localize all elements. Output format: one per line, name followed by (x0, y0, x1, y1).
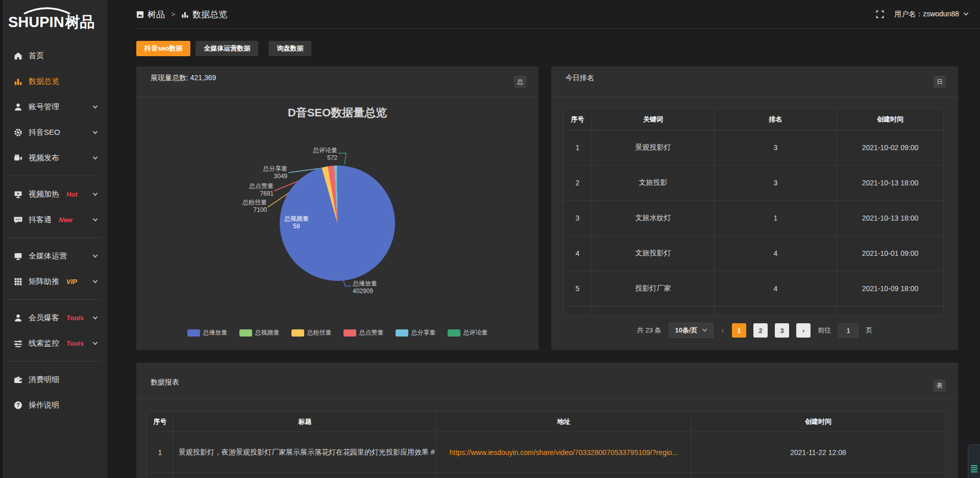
hot-badge: Hot (66, 190, 78, 198)
table-row-partial (147, 473, 946, 478)
sidebar-item-video-publish[interactable]: 视频发布 (0, 145, 107, 171)
user-menu[interactable]: 用户名：zswodun88 (894, 10, 968, 19)
home-icon (13, 51, 22, 60)
panel-title: 展现量总数: 421,369 (151, 74, 216, 83)
bar-chart-icon (181, 11, 189, 18)
legend-item[interactable]: 总点赞量 (344, 328, 384, 337)
chevron-down-icon (93, 155, 98, 160)
sidebar-item-label: 线索监控 (29, 339, 59, 348)
sidebar-item-data-overview[interactable]: 数据总览 (0, 68, 107, 94)
sidebar-item-matrix-boost[interactable]: 矩阵助推 VIP (0, 269, 107, 294)
legend-item[interactable]: 总分享量 (396, 328, 436, 337)
question-circle-icon: ? (13, 400, 22, 410)
sidebar-item-clue-monitor[interactable]: 线索监控 Tools (0, 330, 107, 356)
gear-icon (13, 128, 22, 137)
legend-item[interactable]: 总粉丝量 (291, 328, 332, 337)
sidebar-item-all-media[interactable]: 全媒体运营 (0, 243, 107, 269)
video-link[interactable]: https://www.iesdouyin.com/share/video/70… (450, 448, 678, 457)
tools-badge: Tools (66, 340, 84, 347)
today-ranking-panel: 今日排名 日 序号 关键词 排名 创建时间 (551, 66, 958, 350)
table-header-row: 序号 标题 地址 创建时间 (147, 412, 946, 432)
page-button-2[interactable]: 2 (753, 323, 768, 338)
chevron-down-icon (93, 253, 98, 258)
total-badge[interactable]: 总 (514, 76, 526, 88)
menu-divider (8, 361, 101, 362)
table-header-row: 序号 关键词 排名 创建时间 (564, 109, 944, 130)
sidebar-item-douyin-seo[interactable]: 抖音SEO (0, 119, 107, 145)
legend-swatch (239, 329, 252, 337)
user-label: 用户名：zswodun88 (894, 10, 959, 19)
breadcrumb-item[interactable]: 数据总览 (192, 9, 227, 20)
picture-icon (136, 11, 144, 18)
person-icon (13, 313, 22, 322)
table-row: 4文旅投影灯42021-10-01 09:00 (564, 236, 944, 271)
sidebar-item-label: 抖音SEO (29, 128, 60, 137)
breadcrumb-item[interactable]: 树品 (148, 9, 165, 20)
table-badge[interactable]: 表 (934, 379, 946, 392)
legend-item[interactable]: 总视频量 (239, 328, 280, 337)
chevron-down-icon (93, 217, 98, 222)
col-url: 地址 (437, 412, 691, 432)
chevron-down-icon (93, 340, 98, 345)
svg-text:?: ? (16, 402, 19, 408)
chevron-down-icon (93, 191, 98, 196)
pie-label-videos: 总视频量58 (282, 215, 311, 230)
table-row-partial (564, 306, 944, 316)
legend-swatch (344, 329, 356, 337)
next-page-button[interactable]: › (796, 323, 811, 338)
pie-chart: D音SEO数据量总览 总评论量572 总分享量3049 总点赞量7681 (136, 97, 538, 349)
pie-label-fans: 总粉丝量7100 (242, 199, 267, 214)
page-button-1[interactable]: 1 (732, 323, 746, 338)
floating-service-widget[interactable] (968, 444, 980, 478)
chevron-down-icon (93, 129, 98, 134)
chevron-down-icon (93, 104, 98, 109)
page-size-select[interactable]: 10条/页 (669, 323, 714, 338)
sliders-icon (13, 339, 22, 348)
sidebar-item-member-baoke[interactable]: 会员爆客 Tools (0, 305, 107, 330)
legend-item[interactable]: 总播放量 (187, 328, 228, 337)
col-index: 序号 (564, 109, 592, 130)
panel-title: 数据报表 (151, 378, 179, 387)
sidebar-item-video-heat[interactable]: 视频加热 Hot (0, 181, 107, 207)
topbar-right: 用户名：zswodun88 (876, 10, 968, 19)
monitor-icon (13, 251, 22, 260)
legend-item[interactable]: 总评论量 (448, 328, 488, 337)
day-badge[interactable]: 日 (934, 76, 946, 88)
tab-all-media[interactable]: 全媒体运营数据 (195, 41, 258, 56)
vip-badge: VIP (66, 278, 77, 285)
fullscreen-icon[interactable] (876, 10, 884, 18)
report-table: 序号 标题 地址 创建时间 1 景观投影灯，夜游景观投影灯厂家展示展示落花灯在花… (146, 411, 946, 478)
pie-label-plays: 总播放量402909 (353, 280, 377, 295)
legend-swatch (396, 329, 408, 337)
logo-arc (22, 7, 71, 14)
video-camera-icon (13, 153, 22, 162)
table-row: 3文旅水纹灯12021-10-13 18:00 (564, 201, 944, 236)
page-button-3[interactable]: 3 (775, 323, 789, 338)
sidebar-item-account[interactable]: 账号管理 (0, 94, 107, 119)
table-row: 2文旅投影32021-10-13 18:00 (564, 165, 944, 201)
sidebar-menu: 首页 数据总览 账号管理 抖音SEO 视频发布 (0, 43, 107, 418)
goto-page-input[interactable] (838, 323, 859, 338)
pagination: 共 23 条 10条/页 ‹ 1 2 3 › 前往 页 (551, 322, 958, 339)
legend-swatch (291, 329, 304, 337)
sidebar-item-home[interactable]: 首页 (0, 43, 107, 68)
chevron-down-icon (702, 326, 707, 331)
menu-divider (8, 237, 101, 238)
sidebar-item-label: 视频发布 (29, 153, 59, 163)
prev-page-button[interactable]: ‹ (721, 326, 725, 334)
legend-swatch (187, 329, 200, 337)
tab-inquiry[interactable]: 询盘数据 (268, 41, 311, 56)
sidebar-item-doukingtong[interactable]: 抖客通 New (0, 207, 107, 232)
sidebar-item-consumption[interactable]: 消费明细 (0, 367, 107, 392)
sidebar-item-label: 消费明细 (29, 375, 59, 385)
ranking-table: 序号 关键词 排名 创建时间 1景观投影灯32021-10-02 09:00 2… (563, 108, 944, 316)
main-content: 抖音seo数据 全媒体运营数据 询盘数据 展现量总数: 421,369 总 D音… (107, 0, 980, 478)
sidebar-item-help[interactable]: ? 操作说明 (0, 392, 107, 418)
chart-title: D音SEO数据量总览 (136, 105, 538, 121)
logo-text-cn: 树品 (65, 14, 95, 30)
tab-douyin-seo[interactable]: 抖音seo数据 (136, 41, 190, 56)
grid-icon (13, 277, 22, 286)
sidebar-item-label: 矩阵助推 (29, 277, 59, 286)
table-row: 5投影灯厂家42021-10-09 18:00 (564, 271, 944, 306)
col-rank: 排名 (715, 109, 837, 130)
